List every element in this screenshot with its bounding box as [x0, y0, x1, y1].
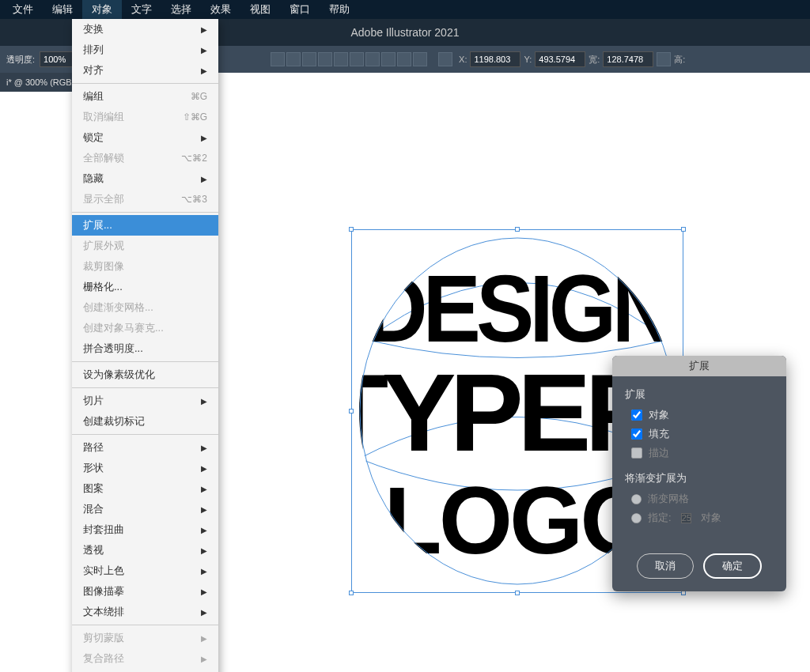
cancel-button[interactable]: 取消 [637, 553, 694, 579]
align-vcenter-icon[interactable] [334, 52, 348, 66]
opacity-label: 透明度: [6, 54, 35, 66]
handle-top-mid[interactable] [515, 227, 520, 232]
menu-object[interactable]: 对象 [82, 0, 122, 19]
distribute-v-icon[interactable] [381, 52, 396, 66]
dd-lock[interactable]: 锁定▶ [72, 127, 218, 148]
dd-path[interactable]: 路径▶ [72, 437, 218, 458]
dd-trim-marks[interactable]: 创建裁切标记 [72, 411, 218, 432]
menu-select[interactable]: 选择 [161, 0, 201, 19]
dd-mosaic: 创建对象马赛克... [72, 318, 218, 338]
link-wh-icon[interactable] [657, 52, 671, 66]
check-fill-input[interactable] [631, 428, 642, 440]
radio-mesh: 渐变网格 [631, 492, 774, 506]
chevron-right-icon: ▶ [201, 587, 207, 596]
align-hcenter-icon[interactable] [286, 52, 301, 66]
menu-type[interactable]: 文字 [122, 0, 161, 19]
chevron-right-icon: ▶ [201, 397, 207, 406]
radio-specify: 指定:对象 [631, 511, 774, 525]
dd-pixel-perfect[interactable]: 设为像素级优化 [72, 364, 218, 385]
chevron-right-icon: ▶ [201, 567, 207, 576]
chevron-right-icon: ▶ [201, 505, 207, 514]
dd-rasterize[interactable]: 栅格化... [72, 277, 218, 297]
handle-top-left[interactable] [349, 227, 354, 232]
x-input[interactable] [470, 51, 520, 67]
dd-arrange[interactable]: 排列▶ [72, 40, 218, 60]
dd-perspective[interactable]: 透视▶ [72, 540, 218, 561]
dd-live-paint[interactable]: 实时上色▶ [72, 561, 218, 581]
chevron-right-icon: ▶ [201, 655, 207, 663]
chevron-right-icon: ▶ [201, 608, 207, 617]
dd-transform[interactable]: 变换▶ [72, 19, 218, 40]
dd-unlock-all: 全部解锁⌥⌘2 [72, 148, 218, 168]
align-to-icon[interactable] [413, 52, 427, 66]
dd-text-wrap[interactable]: 文本绕排▶ [72, 602, 218, 622]
check-object-input[interactable] [631, 410, 642, 421]
menubar: 文件 编辑 对象 文字 选择 效果 视图 窗口 帮助 [0, 0, 810, 19]
distribute-h-icon[interactable] [365, 52, 380, 66]
align-icons-group [271, 52, 427, 66]
menu-help[interactable]: 帮助 [320, 0, 359, 19]
h-label: 高: [674, 54, 685, 66]
dd-expand-appearance: 扩展外观 [72, 236, 218, 256]
specify-count-input [681, 513, 691, 523]
dd-clipping-mask: 剪切蒙版▶ [72, 628, 218, 648]
dd-gradient-mesh: 创建渐变网格... [72, 297, 218, 318]
menu-window[interactable]: 窗口 [280, 0, 320, 19]
handle-top-right[interactable] [681, 227, 686, 232]
x-label: X: [459, 55, 467, 64]
gradient-section-heading: 将渐变扩展为 [625, 471, 774, 485]
chevron-right-icon: ▶ [201, 526, 207, 534]
dd-align[interactable]: 对齐▶ [72, 60, 218, 81]
expand-section-heading: 扩展 [625, 387, 774, 402]
check-stroke-input [631, 447, 642, 459]
dd-hide[interactable]: 隐藏▶ [72, 168, 218, 189]
align-right-icon[interactable] [302, 52, 316, 66]
dd-show-all: 显示全部⌥⌘3 [72, 189, 218, 210]
dialog-title: 扩展 [612, 356, 786, 376]
w-input[interactable] [603, 51, 653, 67]
dd-slice[interactable]: 切片▶ [72, 391, 218, 411]
handle-bottom-mid[interactable] [515, 591, 520, 595]
dd-pattern[interactable]: 图案▶ [72, 478, 218, 499]
check-object[interactable]: 对象 [631, 408, 774, 422]
dd-envelope[interactable]: 封套扭曲▶ [72, 519, 218, 540]
handle-mid-left[interactable] [349, 409, 354, 413]
dd-artboards[interactable]: 画板▶ [72, 669, 218, 672]
w-label: 宽: [589, 54, 600, 66]
dd-group[interactable]: 编组⌘G [72, 86, 218, 107]
dd-compound-path: 复合路径▶ [72, 648, 218, 669]
app-title: Adobe Illustrator 2021 [351, 26, 460, 39]
align-left-icon[interactable] [271, 52, 285, 66]
dd-ungroup: 取消编组⇧⌘G [72, 107, 218, 127]
align-top-icon[interactable] [318, 52, 332, 66]
check-stroke: 描边 [631, 446, 774, 460]
align-bottom-icon[interactable] [350, 52, 364, 66]
object-dropdown: 变换▶ 排列▶ 对齐▶ 编组⌘G 取消编组⇧⌘G 锁定▶ 全部解锁⌥⌘2 隐藏▶… [72, 19, 218, 672]
menu-file[interactable]: 文件 [3, 0, 43, 19]
dd-image-trace[interactable]: 图像描摹▶ [72, 581, 218, 602]
chevron-right-icon: ▶ [201, 175, 207, 183]
chevron-right-icon: ▶ [201, 464, 207, 473]
menu-effect[interactable]: 效果 [201, 0, 240, 19]
chevron-right-icon: ▶ [201, 444, 207, 452]
chevron-right-icon: ▶ [201, 46, 207, 55]
y-input[interactable] [535, 51, 585, 67]
radio-specify-input [631, 513, 642, 523]
check-fill[interactable]: 填充 [631, 427, 774, 441]
ok-button[interactable]: 确定 [703, 553, 762, 579]
menu-view[interactable]: 视图 [240, 0, 280, 19]
opacity-input[interactable] [40, 51, 74, 67]
transform-panel-icon[interactable] [438, 52, 452, 66]
handle-bottom-left[interactable] [349, 591, 354, 595]
chevron-right-icon: ▶ [201, 25, 207, 34]
dd-crop-image: 裁剪图像 [72, 256, 218, 277]
distribute-spacing-icon[interactable] [397, 52, 411, 66]
chevron-right-icon: ▶ [201, 134, 207, 142]
dd-blend[interactable]: 混合▶ [72, 499, 218, 519]
dd-shape[interactable]: 形状▶ [72, 458, 218, 478]
chevron-right-icon: ▶ [201, 546, 207, 555]
dd-flatten[interactable]: 拼合透明度... [72, 338, 218, 359]
menu-edit[interactable]: 编辑 [43, 0, 82, 19]
dd-expand[interactable]: 扩展... [72, 215, 218, 236]
chevron-right-icon: ▶ [201, 66, 207, 75]
